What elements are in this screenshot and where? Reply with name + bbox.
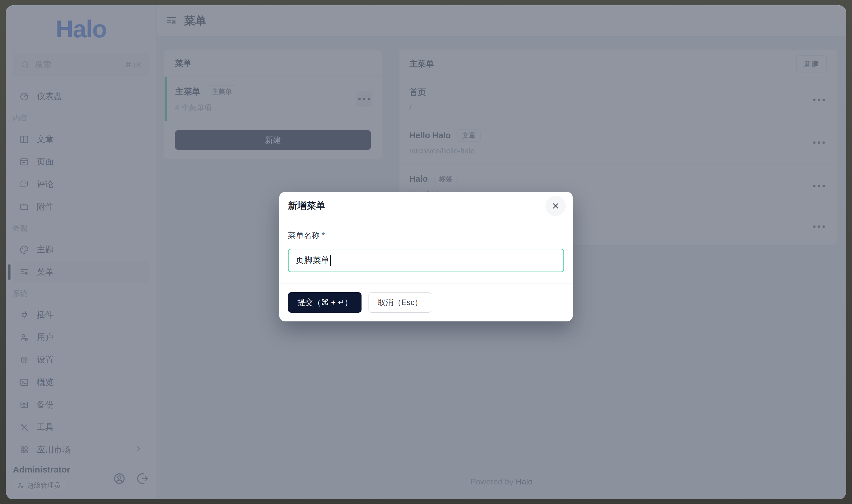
close-button[interactable] [545, 196, 566, 216]
menu-name-label: 菜单名称 * [288, 230, 564, 241]
menu-name-input[interactable]: 页脚菜单 [288, 249, 564, 272]
new-menu-dialog: 新增菜单 菜单名称 * 页脚菜单 提交（⌘ + ↵） 取消（Esc） [279, 192, 573, 321]
dialog-header: 新增菜单 [279, 192, 573, 220]
close-icon [551, 201, 560, 210]
field-label-text: 菜单名称 [288, 231, 319, 240]
input-value: 页脚菜单 [296, 255, 330, 266]
desktop-background: Halo 搜索 ⌘+K 仪表盘 内容 文章 页面 [0, 0, 852, 504]
dialog-footer: 提交（⌘ + ↵） 取消（Esc） [279, 283, 573, 321]
required-asterisk: * [322, 231, 325, 240]
dialog-body: 菜单名称 * 页脚菜单 [279, 220, 573, 283]
submit-button[interactable]: 提交（⌘ + ↵） [288, 292, 361, 313]
app-window: Halo 搜索 ⌘+K 仪表盘 内容 文章 页面 [6, 5, 846, 499]
cancel-button[interactable]: 取消（Esc） [369, 292, 431, 313]
dialog-title: 新增菜单 [288, 199, 325, 212]
text-caret [330, 255, 331, 266]
